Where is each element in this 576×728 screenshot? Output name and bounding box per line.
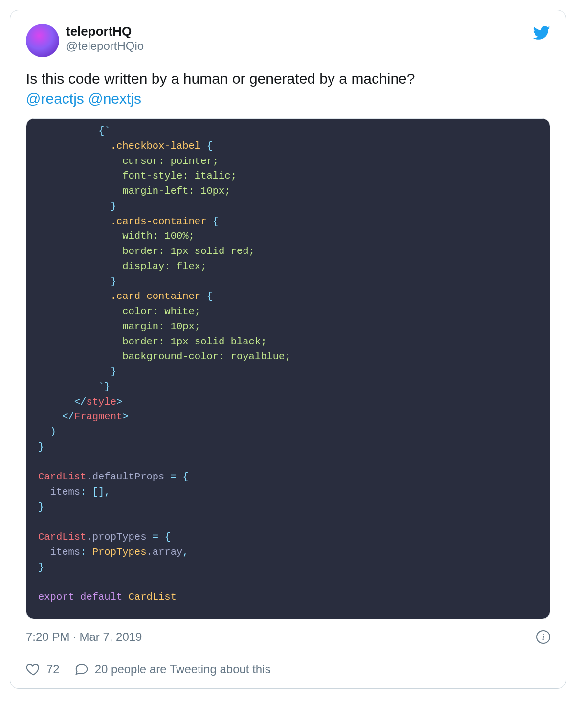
tweet-header: teleportHQ @teleportHQio [26,24,550,57]
user-block[interactable]: teleportHQ @teleportHQio [66,24,144,53]
heart-icon [26,662,41,677]
code-screenshot[interactable]: {` .checkbox-label { cursor: pointer; fo… [26,118,550,619]
timestamp[interactable]: 7:20 PM · Mar 7, 2019 [26,630,142,644]
actions-row: 72 20 people are Tweeting about this [26,653,550,677]
tweet-text: Is this code written by a human or gener… [26,69,550,109]
reply-icon [74,662,89,677]
reply-text: 20 people are Tweeting about this [95,662,271,676]
tweet-card: teleportHQ @teleportHQio Is this code wr… [10,10,566,689]
tweet-body: Is this code written by a human or gener… [26,70,415,87]
timestamp-row: 7:20 PM · Mar 7, 2019 i [26,630,550,644]
reply-action[interactable]: 20 people are Tweeting about this [74,662,271,677]
code-content: {` .checkbox-label { cursor: pointer; fo… [26,119,550,619]
mention-link[interactable]: @reactjs [26,91,84,107]
avatar[interactable] [26,24,59,57]
like-count: 72 [46,662,60,676]
mention-link[interactable]: @nextjs [88,91,141,107]
like-action[interactable]: 72 [26,662,60,677]
user-handle: @teleportHQio [66,39,144,53]
info-icon[interactable]: i [536,630,550,644]
twitter-logo-icon[interactable] [532,24,550,42]
display-name: teleportHQ [66,24,144,39]
